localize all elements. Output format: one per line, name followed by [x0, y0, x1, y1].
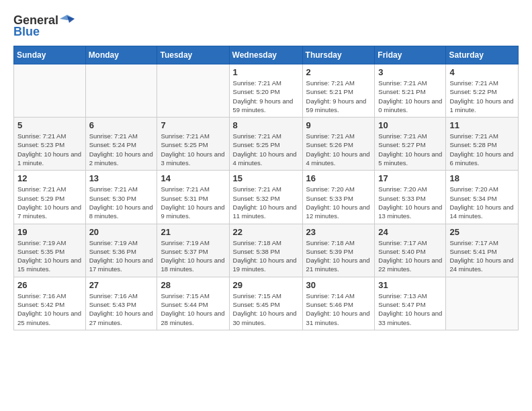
day-number: 2: [306, 67, 371, 77]
calendar-cell: 17Sunrise: 7:20 AM Sunset: 5:33 PM Dayli…: [375, 171, 446, 224]
logo-text-blue: Blue: [13, 25, 40, 39]
day-info: Sunrise: 7:21 AM Sunset: 5:31 PM Dayligh…: [161, 185, 225, 220]
day-info: Sunrise: 7:21 AM Sunset: 5:25 PM Dayligh…: [161, 132, 225, 167]
day-info: Sunrise: 7:19 AM Sunset: 5:36 PM Dayligh…: [89, 238, 154, 274]
calendar-cell: 15Sunrise: 7:21 AM Sunset: 5:32 PM Dayli…: [229, 171, 302, 224]
calendar-cell: 28Sunrise: 7:15 AM Sunset: 5:44 PM Dayli…: [157, 277, 229, 330]
calendar-cell: 4Sunrise: 7:21 AM Sunset: 5:22 PM Daylig…: [446, 64, 519, 118]
calendar-week-row: 1Sunrise: 7:21 AM Sunset: 5:20 PM Daylig…: [14, 64, 519, 118]
weekday-header-wednesday: Wednesday: [229, 46, 302, 64]
calendar-cell: 21Sunrise: 7:19 AM Sunset: 5:37 PM Dayli…: [157, 224, 229, 277]
day-number: 1: [233, 67, 299, 77]
day-number: 29: [233, 280, 299, 290]
calendar-cell: 18Sunrise: 7:20 AM Sunset: 5:34 PM Dayli…: [446, 171, 519, 224]
day-info: Sunrise: 7:21 AM Sunset: 5:24 PM Dayligh…: [89, 132, 154, 167]
day-number: 20: [89, 227, 154, 237]
logo: General Blue: [13, 13, 75, 39]
day-info: Sunrise: 7:21 AM Sunset: 5:27 PM Dayligh…: [378, 132, 442, 167]
day-info: Sunrise: 7:21 AM Sunset: 5:21 PM Dayligh…: [378, 79, 442, 114]
day-info: Sunrise: 7:20 AM Sunset: 5:33 PM Dayligh…: [378, 185, 442, 220]
day-number: 28: [161, 280, 225, 290]
day-info: Sunrise: 7:21 AM Sunset: 5:23 PM Dayligh…: [17, 132, 82, 167]
calendar-cell: 13Sunrise: 7:21 AM Sunset: 5:30 PM Dayli…: [85, 171, 157, 224]
day-number: 27: [89, 280, 154, 290]
calendar-cell: 14Sunrise: 7:21 AM Sunset: 5:31 PM Dayli…: [157, 171, 229, 224]
calendar-cell: 27Sunrise: 7:16 AM Sunset: 5:43 PM Dayli…: [85, 277, 157, 330]
day-info: Sunrise: 7:21 AM Sunset: 5:25 PM Dayligh…: [233, 132, 299, 167]
day-info: Sunrise: 7:21 AM Sunset: 5:26 PM Dayligh…: [306, 132, 371, 167]
weekday-header-row: SundayMondayTuesdayWednesdayThursdayFrid…: [14, 46, 519, 64]
day-number: 22: [233, 227, 299, 237]
day-info: Sunrise: 7:18 AM Sunset: 5:38 PM Dayligh…: [233, 238, 299, 274]
day-number: 15: [233, 173, 299, 183]
day-number: 23: [306, 227, 371, 237]
calendar-week-row: 12Sunrise: 7:21 AM Sunset: 5:29 PM Dayli…: [14, 171, 519, 224]
calendar-cell: 9Sunrise: 7:21 AM Sunset: 5:26 PM Daylig…: [302, 118, 375, 171]
day-info: Sunrise: 7:21 AM Sunset: 5:20 PM Dayligh…: [233, 79, 299, 114]
calendar-cell: 24Sunrise: 7:17 AM Sunset: 5:40 PM Dayli…: [375, 224, 446, 277]
calendar-cell: 29Sunrise: 7:15 AM Sunset: 5:45 PM Dayli…: [229, 277, 302, 330]
calendar-cell: 31Sunrise: 7:13 AM Sunset: 5:47 PM Dayli…: [375, 277, 446, 330]
day-number: 6: [89, 120, 154, 130]
day-number: 21: [161, 227, 225, 237]
day-info: Sunrise: 7:19 AM Sunset: 5:37 PM Dayligh…: [161, 238, 225, 274]
calendar-cell: 23Sunrise: 7:18 AM Sunset: 5:39 PM Dayli…: [302, 224, 375, 277]
day-number: 14: [161, 173, 225, 183]
weekday-header-tuesday: Tuesday: [157, 46, 229, 64]
day-number: 17: [378, 173, 442, 183]
calendar-week-row: 5Sunrise: 7:21 AM Sunset: 5:23 PM Daylig…: [14, 118, 519, 171]
day-number: 30: [306, 280, 371, 290]
day-info: Sunrise: 7:17 AM Sunset: 5:41 PM Dayligh…: [449, 238, 515, 274]
calendar-cell: [85, 64, 157, 118]
calendar-cell: 16Sunrise: 7:20 AM Sunset: 5:33 PM Dayli…: [302, 171, 375, 224]
day-info: Sunrise: 7:18 AM Sunset: 5:39 PM Dayligh…: [306, 238, 371, 274]
day-number: 7: [161, 120, 225, 130]
calendar-week-row: 19Sunrise: 7:19 AM Sunset: 5:35 PM Dayli…: [14, 224, 519, 277]
day-info: Sunrise: 7:21 AM Sunset: 5:21 PM Dayligh…: [306, 79, 371, 114]
calendar-cell: 3Sunrise: 7:21 AM Sunset: 5:21 PM Daylig…: [375, 64, 446, 118]
day-info: Sunrise: 7:20 AM Sunset: 5:33 PM Dayligh…: [306, 185, 371, 220]
calendar-cell: 5Sunrise: 7:21 AM Sunset: 5:23 PM Daylig…: [14, 118, 86, 171]
day-number: 3: [378, 67, 442, 77]
calendar-week-row: 26Sunrise: 7:16 AM Sunset: 5:42 PM Dayli…: [14, 277, 519, 330]
day-info: Sunrise: 7:16 AM Sunset: 5:42 PM Dayligh…: [17, 291, 82, 327]
day-info: Sunrise: 7:19 AM Sunset: 5:35 PM Dayligh…: [17, 238, 82, 274]
calendar-cell: 2Sunrise: 7:21 AM Sunset: 5:21 PM Daylig…: [302, 64, 375, 118]
day-info: Sunrise: 7:16 AM Sunset: 5:43 PM Dayligh…: [89, 291, 154, 327]
day-number: 5: [17, 120, 82, 130]
day-number: 13: [89, 173, 154, 183]
day-number: 9: [306, 120, 371, 130]
day-number: 18: [449, 173, 515, 183]
calendar-cell: [446, 277, 519, 330]
day-info: Sunrise: 7:14 AM Sunset: 5:46 PM Dayligh…: [306, 291, 371, 327]
day-number: 24: [378, 227, 442, 237]
calendar-cell: 22Sunrise: 7:18 AM Sunset: 5:38 PM Dayli…: [229, 224, 302, 277]
calendar-cell: 26Sunrise: 7:16 AM Sunset: 5:42 PM Dayli…: [14, 277, 86, 330]
calendar-cell: 19Sunrise: 7:19 AM Sunset: 5:35 PM Dayli…: [14, 224, 86, 277]
weekday-header-saturday: Saturday: [446, 46, 519, 64]
day-number: 12: [17, 173, 82, 183]
day-info: Sunrise: 7:17 AM Sunset: 5:40 PM Dayligh…: [378, 238, 442, 274]
calendar-table: SundayMondayTuesdayWednesdayThursdayFrid…: [13, 46, 519, 330]
day-info: Sunrise: 7:21 AM Sunset: 5:28 PM Dayligh…: [449, 132, 515, 167]
day-info: Sunrise: 7:20 AM Sunset: 5:34 PM Dayligh…: [449, 185, 515, 220]
calendar-cell: 7Sunrise: 7:21 AM Sunset: 5:25 PM Daylig…: [157, 118, 229, 171]
day-info: Sunrise: 7:21 AM Sunset: 5:30 PM Dayligh…: [89, 185, 154, 220]
weekday-header-monday: Monday: [85, 46, 157, 64]
day-number: 10: [378, 120, 442, 130]
calendar-cell: 10Sunrise: 7:21 AM Sunset: 5:27 PM Dayli…: [375, 118, 446, 171]
day-info: Sunrise: 7:21 AM Sunset: 5:29 PM Dayligh…: [17, 185, 82, 220]
weekday-header-friday: Friday: [375, 46, 446, 64]
logo-bird-icon: [60, 13, 75, 27]
calendar-cell: 20Sunrise: 7:19 AM Sunset: 5:36 PM Dayli…: [85, 224, 157, 277]
day-number: 26: [17, 280, 82, 290]
day-number: 16: [306, 173, 371, 183]
calendar-cell: [157, 64, 229, 118]
day-info: Sunrise: 7:13 AM Sunset: 5:47 PM Dayligh…: [378, 291, 442, 327]
calendar-cell: 11Sunrise: 7:21 AM Sunset: 5:28 PM Dayli…: [446, 118, 519, 171]
day-number: 25: [449, 227, 515, 237]
calendar-cell: 6Sunrise: 7:21 AM Sunset: 5:24 PM Daylig…: [85, 118, 157, 171]
day-number: 19: [17, 227, 82, 237]
day-info: Sunrise: 7:15 AM Sunset: 5:45 PM Dayligh…: [233, 291, 299, 327]
day-number: 11: [449, 120, 515, 130]
